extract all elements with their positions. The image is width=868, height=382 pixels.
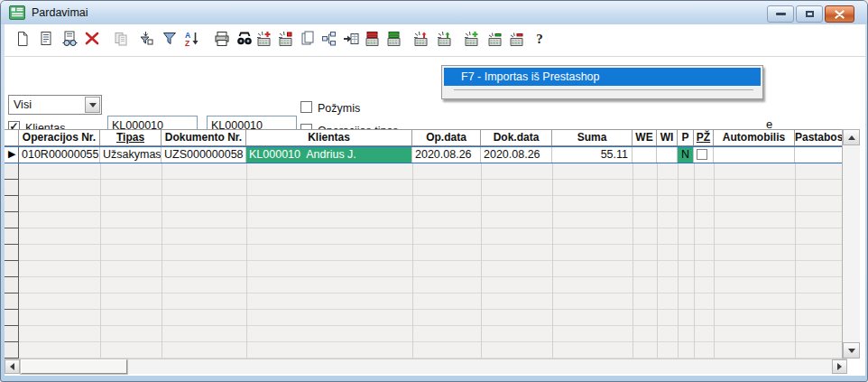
grid-header-pz[interactable]: PŽ [694,130,714,145]
horizontal-scrollbar[interactable] [5,359,847,374]
import-green-icon[interactable] [385,31,403,47]
toolbar: AZ ? [5,24,865,57]
filter-to-selection-icon[interactable] [137,31,155,47]
grid-header-dok-data[interactable]: Dok.data [481,130,552,145]
view-document-icon[interactable] [60,31,78,47]
arrow-left-icon [10,363,14,370]
grid-header-op-data[interactable]: Op.data [412,130,481,145]
scroll-down-button[interactable] [843,342,860,359]
grid-vline [100,163,101,359]
scroll-up-button[interactable] [843,129,860,145]
grid-header-row: Operacijos Nr. Tipas Dokumento Nr. Klien… [5,129,842,146]
grid-vline [412,163,413,359]
export-line-red-icon[interactable] [508,31,526,47]
grid-header-automobilis[interactable]: Automobilis [714,130,795,145]
grid-vline [795,163,796,359]
pozymis-checkbox[interactable] [300,101,312,113]
vertical-scrollbar[interactable] [842,129,860,359]
arrow-up-icon [848,135,855,140]
grid-vline [678,163,679,359]
import-up-green-icon[interactable] [436,31,454,47]
print-icon[interactable] [213,31,231,47]
pozymis-label: Požymis [318,102,360,115]
app-icon [9,5,25,20]
client-area: AZ ? Visi ✓ Klientas [5,24,865,376]
close-button[interactable] [825,5,854,23]
arrow-down-icon [848,349,855,353]
cell-operacijos-nr: 010R00000055 [19,147,100,163]
grid-vline [162,163,162,359]
row-selector-column [5,163,19,359]
copy-icon[interactable] [112,31,130,47]
cell-p: N [678,147,694,163]
grid-header-tipas[interactable]: Tipas [100,130,162,145]
import-add-red-icon[interactable] [255,31,273,47]
grid-header-operacijos-nr[interactable]: Operacijos Nr. [19,130,100,145]
cell-klientas-selected: KL000010 Andrius J. [246,147,412,163]
cell-pz [694,147,714,163]
grid-header-dokumento-nr[interactable]: Dokumento Nr. [162,130,246,145]
view-select-value: Visi [14,98,32,111]
grid-header-wi[interactable]: WI [657,130,678,145]
grid-header-we[interactable]: WE [633,130,657,145]
copy-documents-icon[interactable] [299,31,317,47]
minimize-button[interactable] [767,5,794,23]
export-red-icon[interactable] [364,31,382,47]
cell-op-data: 2020.08.26 [412,147,481,163]
scroll-right-button[interactable] [832,359,847,374]
scroll-left-button[interactable] [5,359,20,374]
current-row-arrow-icon: ▶ [5,147,19,163]
app-window: Pardavimai AZ [0,0,868,382]
cell-automobilis [714,147,795,163]
open-document-icon[interactable] [37,31,55,47]
insert-to-table-icon[interactable] [342,31,360,47]
svg-text:Z: Z [185,39,189,48]
grid-empty-rows [5,163,842,359]
import-mark-red-icon[interactable] [277,31,295,47]
cell-tipas: Užsakymas [100,147,162,163]
arrow-right-icon [837,363,842,370]
cell-dok-data: 2020.08.26 [481,147,552,163]
grid-header-p[interactable]: P [678,130,694,145]
minimize-icon [776,13,786,15]
horizontal-scroll-thumb[interactable] [21,359,127,374]
cell-wi [657,147,678,163]
grid-vline [481,163,482,359]
delete-icon[interactable] [83,31,101,47]
view-select[interactable]: Visi [8,95,102,115]
cell-suma: 55.11 [552,147,633,163]
grid-header-pastabos[interactable]: Pastabos [795,130,842,145]
export-up-red-icon[interactable] [412,31,430,47]
view-select-dropdown-button[interactable] [85,97,100,113]
window-controls [765,5,854,23]
maximize-button[interactable] [796,5,823,23]
cell-dokumento-nr: UZS000000058 [162,147,246,163]
filter-icon[interactable] [161,31,179,47]
import-line-green-icon[interactable] [486,31,504,47]
new-document-icon[interactable] [14,31,32,47]
cell-pastabos [795,147,842,163]
import-add-green-icon[interactable] [463,31,481,47]
grid-header-suma[interactable]: Suma [552,130,633,145]
distribute-icon[interactable] [320,31,338,47]
grid-vline [246,163,247,359]
close-icon [835,10,845,19]
grid-header-selector [5,130,19,145]
maximize-icon [806,11,814,17]
grid-vline [714,163,715,359]
table-row[interactable]: ▶ 010R00000055 Užsakymas UZS000000058 KL… [5,146,842,163]
titlebar: Pardavimai [1,1,867,24]
sales-grid: Operacijos Nr. Tipas Dokumento Nr. Klien… [5,129,842,359]
import-menu-popup: F7 - Importas iš Prestashop [441,65,763,99]
sort-az-icon[interactable]: AZ [183,31,201,47]
menu-item-importas-is-prestashop[interactable]: F7 - Importas iš Prestashop [444,68,761,86]
find-icon[interactable] [235,31,254,47]
obscured-text-fragment: e [766,117,772,131]
grid-header-klientas[interactable]: Klientas [246,130,412,145]
menu-separator [454,89,753,90]
pz-row-checkbox[interactable] [697,149,707,160]
grid-vline [552,163,553,359]
chevron-down-icon [89,103,97,107]
help-icon[interactable]: ? [531,31,549,47]
window-title: Pardavimai [32,6,88,19]
